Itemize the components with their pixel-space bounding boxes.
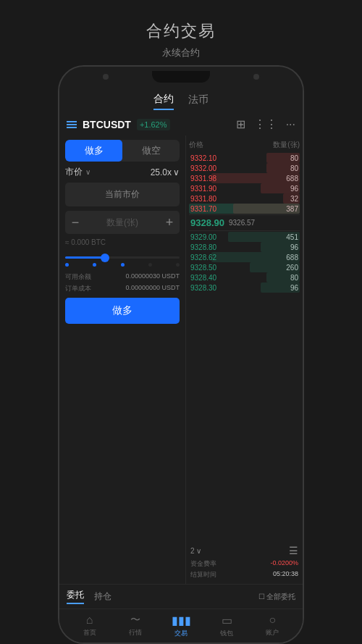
phone-bottom-nav: ⌂ 首页 〜 行情 ▮▮▮ 交易 ▭ 钱包 ○ 账户 [59,609,303,643]
btc-icon [67,121,77,128]
wallet-icon: ▭ [222,614,232,627]
market-icon: 〜 [130,614,140,627]
left-panel: 做多 做空 市价 ∨ 25.0x ∨ 当前市价 [59,135,186,584]
phone-nav-home[interactable]: ⌂ 首页 [67,614,112,638]
wallet-label: 钱包 [220,629,233,638]
account-label: 账户 [266,628,279,637]
camera-right [253,74,259,80]
price-input[interactable]: 当前市价 [65,183,180,206]
ob-buy-row: 9328.3096 [189,283,300,293]
order-type-arrow: ∨ [85,168,90,176]
ob-sell-row: 9331.98688 [189,173,300,183]
instrument-change: +1.62% [137,119,170,130]
ob-buy-row: 9328.8096 [189,242,300,252]
chart-icon[interactable]: ⊞ [236,117,245,131]
camera-left [103,74,109,80]
all-orders-btn[interactable]: ☐ 全部委托 [258,592,295,602]
page-subtitle: 永续合约 [146,46,216,59]
trade-label: 交易 [174,629,188,638]
trade-icon: ▮▮▮ [172,614,191,627]
qty-row: − 数量(张) + [65,211,180,234]
orders-section: 委托 持仓 ☐ 全部委托 [59,584,303,609]
settlement-label: 结算时间 [190,570,216,580]
slider-thumb[interactable] [101,254,109,262]
instrument-icon [67,121,77,128]
balance-label: 可用余额 [65,272,91,282]
order-type-row: 市价 ∨ 25.0x ∨ [65,166,180,178]
ob-price-header: 价格 [189,140,203,150]
orders-tab-positions[interactable]: 持仓 [94,590,111,603]
phone-top-bar [59,67,303,87]
ob-sells: 9332.1080 9332.0080 9331.98688 9331.9096 [189,153,300,214]
top-nav: 合约 法币 [59,87,303,113]
mid-price-row: 9328.90 9326.57 [189,214,300,231]
ob-sell-row: 9331.9096 [189,183,300,193]
ob-qty-header: 数量(张) [273,140,300,150]
qty-minus-btn[interactable]: − [65,211,85,234]
mid-price-secondary: 9326.57 [229,219,255,227]
leverage-selector[interactable]: 25.0x ∨ [151,167,180,177]
cost-value: 0.00000000 USDT [125,284,180,293]
tab-contract[interactable]: 合约 [153,93,174,110]
funding-rate-label: 资金费率 [190,559,216,569]
sell-tab[interactable]: 做空 [122,140,180,162]
phone-nav-wallet[interactable]: ▭ 钱包 [204,614,250,638]
phone-nav-trade[interactable]: ▮▮▮ 交易 [158,614,203,638]
ob-sell-row-highlight: 9331.70387 [189,204,300,214]
slider-container[interactable] [65,251,180,268]
approx-btc: ≈ 0.000 BTC [65,238,180,246]
phone-notch [152,71,210,83]
order-type-label[interactable]: 市价 [65,166,83,178]
cost-row: 订单成本 0.00000000 USDT [65,284,180,293]
app-content: 合约 法币 BTCUSDT +1.62% ⊞ ⋮⋮ ··· [59,87,303,643]
balance-info: 可用余额 0.00000030 USDT 订单成本 0.00000000 USD… [65,272,180,293]
ob-list-icon[interactable]: ☰ [289,545,298,556]
phone-nav-account[interactable]: ○ 账户 [250,614,295,638]
ob-buy-row: 9328.4080 [189,272,300,283]
settlement-time: 05:20:38 [273,570,298,580]
buy-tab[interactable]: 做多 [65,140,122,162]
home-label: 首页 [83,628,96,637]
right-bottom: 2 ∨ ☰ 资金费率 -0.0200% 结算时间 05:20:38 [189,540,300,581]
phone-frame: 合约 法币 BTCUSDT +1.62% ⊞ ⋮⋮ ··· [58,65,304,644]
right-panel: 价格 数量(张) 9332.1080 9332.0080 933 [186,135,303,584]
tab-fiat[interactable]: 法币 [188,93,209,109]
ob-sell-row: 9332.1080 [189,153,300,163]
page-title: 合约交易 [146,20,216,42]
instrument-name[interactable]: BTCUSDT [83,119,131,130]
slider-fill [65,256,105,259]
instrument-actions: ⊞ ⋮⋮ ··· [236,117,295,131]
ob-buy-row: 9329.00451 [189,232,300,242]
account-icon: ○ [269,614,277,627]
qty-input[interactable]: 数量(张) [85,217,159,229]
ob-header: 价格 数量(张) [189,138,300,151]
funding-rate-row: 资金费率 -0.0200% [190,559,298,569]
ob-icon-row: 2 ∨ ☰ [189,543,300,558]
more-icon[interactable]: ··· [286,118,295,131]
buy-button[interactable]: 做多 [65,298,180,324]
ob-buys: 9329.00451 9328.8096 9328.62688 9328.502… [189,232,300,293]
indicator-icon[interactable]: ⋮⋮ [254,117,277,131]
market-label: 行情 [129,628,142,637]
balance-row: 可用余额 0.00000030 USDT [65,272,180,282]
checkbox-icon: ☐ [258,593,265,601]
phone-nav-market[interactable]: 〜 行情 [112,614,158,638]
qty-plus-btn[interactable]: + [159,211,180,234]
instrument-row: BTCUSDT +1.62% ⊞ ⋮⋮ ··· [59,113,303,135]
ob-buy-row: 9328.62688 [189,252,300,262]
orders-tab-open[interactable]: 委托 [67,589,84,604]
slider-dots [65,263,180,267]
balance-value: 0.00000030 USDT [125,272,180,282]
trading-area: 做多 做空 市价 ∨ 25.0x ∨ 当前市价 [59,135,303,584]
ob-depth-dropdown[interactable]: 2 ∨ [190,547,201,555]
ob-buy-row: 9328.50260 [189,262,300,272]
ob-sell-row: 9331.8032 [189,193,300,204]
settlement-row: 结算时间 05:20:38 [190,570,298,580]
ob-sell-row: 9332.0080 [189,163,300,173]
funding-rate-value: -0.0200% [270,559,298,569]
mid-price: 9328.90 [190,217,224,228]
buy-sell-tabs: 做多 做空 [65,140,180,162]
funding-info: 资金费率 -0.0200% 结算时间 05:20:38 [189,558,300,581]
cost-label: 订单成本 [65,284,91,293]
home-icon: ⌂ [86,614,93,627]
